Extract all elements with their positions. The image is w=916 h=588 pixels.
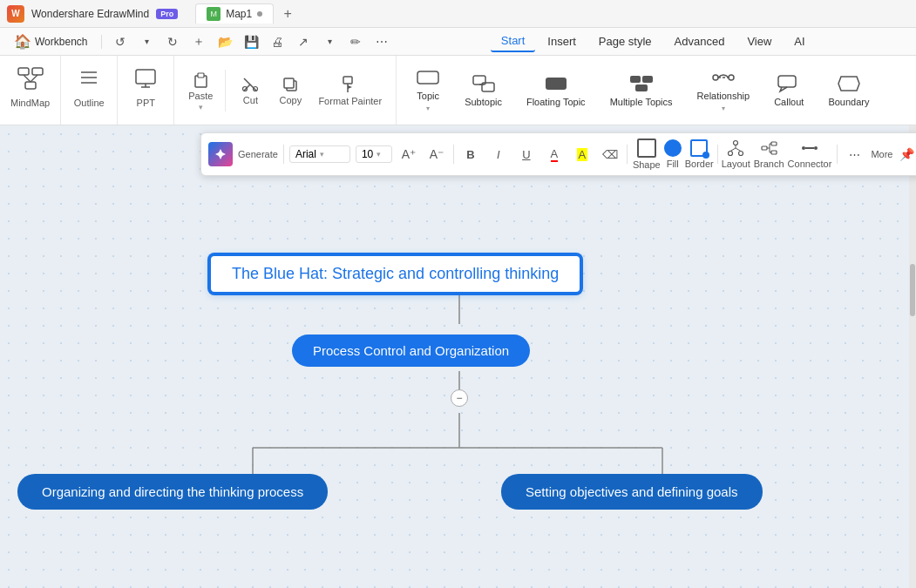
menu-view[interactable]: View [736, 31, 782, 51]
open-button[interactable]: 📂 [214, 30, 236, 53]
format-painter-button[interactable]: Format Painter [311, 70, 389, 112]
eraser-button[interactable]: ⌫ [599, 143, 621, 166]
pin-button[interactable]: 📌 [898, 145, 915, 163]
svg-rect-0 [18, 68, 29, 75]
workbench-button[interactable]: 🏠 Workbench [7, 30, 94, 53]
ppt-view-button[interactable] [128, 63, 163, 94]
svg-line-44 [736, 148, 741, 152]
title-bar: W Wondershare EdrawMind Pro M Map1 + [0, 0, 916, 28]
branch-button[interactable]: Branch [754, 139, 784, 169]
child-topic-setting[interactable]: Setting objectives and defining goals [501, 474, 763, 510]
export-button[interactable]: ↗ [292, 30, 315, 53]
redo-button[interactable]: ↻ [161, 30, 184, 53]
tab-icon: M [207, 7, 221, 21]
svg-point-52 [802, 146, 805, 150]
undo-dropdown[interactable]: ▾ [135, 30, 158, 53]
cut-label: Cut [243, 95, 258, 105]
font-color-button[interactable]: A [543, 143, 566, 166]
paste-label: Paste [188, 91, 213, 101]
svg-rect-32 [778, 76, 796, 87]
format-section: Shape Fill Border [633, 139, 832, 170]
svg-point-53 [814, 146, 818, 150]
multiple-topics-button[interactable]: Multiple Topics [598, 56, 685, 125]
font-select[interactable]: Arial ▾ [289, 145, 350, 163]
menu-bar: 🏠 Workbench ↺ ▾ ↻ ＋ 📂 💾 🖨 ↗ ▾ ✏ ⋯ Start … [0, 28, 916, 56]
svg-point-40 [729, 152, 733, 156]
generate-label[interactable]: Generate [238, 149, 278, 159]
svg-rect-19 [343, 77, 352, 84]
child-topic-organizing[interactable]: Organizing and directing the thinking pr… [17, 474, 328, 510]
italic-button[interactable]: I [487, 143, 510, 166]
connector-button[interactable]: Connector [788, 139, 832, 169]
tab-modified-dot [257, 11, 262, 17]
paste-button[interactable]: Paste ▾ [181, 64, 220, 117]
export-dropdown[interactable]: ▾ [318, 30, 341, 53]
fill-icon [664, 139, 682, 157]
edit-button[interactable]: ✏ [344, 30, 367, 53]
mindmap-view-button[interactable] [13, 63, 48, 94]
fill-button[interactable]: Fill [664, 139, 682, 169]
ppt-section: PPT [118, 56, 174, 125]
callout-button[interactable]: Callout [762, 56, 816, 125]
bold-button[interactable]: B [459, 143, 482, 166]
save-button[interactable]: 💾 [240, 30, 262, 53]
subtopic-button[interactable]: Subtopic [452, 56, 514, 125]
scrollbar-thumb[interactable] [910, 264, 915, 316]
svg-rect-21 [417, 71, 438, 84]
menu-ai[interactable]: AI [784, 31, 815, 51]
print-button[interactable]: 🖨 [266, 30, 288, 53]
highlight-button[interactable]: A [571, 143, 594, 166]
menu-divider [101, 35, 102, 49]
copy-button[interactable]: Copy [271, 71, 309, 111]
relationship-label: Relationship [697, 91, 750, 101]
menu-insert[interactable]: Insert [537, 31, 587, 51]
floating-topic-button[interactable]: Floating Topic [514, 56, 598, 125]
copy-label: Copy [280, 95, 302, 105]
topic-button[interactable]: Topic ▾ [404, 56, 452, 125]
boundary-button[interactable]: Boundary [816, 56, 881, 125]
svg-rect-26 [630, 76, 641, 83]
border-button[interactable]: Border [685, 139, 714, 169]
main-topic-node[interactable]: The Blue Hat: Strategic and controlling … [209, 254, 581, 294]
relationship-button[interactable]: Relationship ▾ [685, 56, 763, 125]
svg-rect-47 [771, 151, 777, 154]
cut-button[interactable]: Cut [231, 71, 269, 111]
map-tab[interactable]: M Map1 [195, 3, 274, 24]
topic-label: Topic [417, 91, 439, 101]
svg-rect-8 [136, 70, 155, 84]
shape-button[interactable]: Shape [633, 139, 661, 170]
collapse-button[interactable]: − [451, 389, 468, 407]
svg-point-41 [739, 152, 743, 156]
ribbon: MindMap Outline PPT Paste [0, 56, 916, 125]
font-size-select[interactable]: 10 ▾ [356, 145, 392, 163]
more-format-section: More [871, 149, 892, 159]
ft-divider3 [627, 145, 628, 164]
menu-page-style[interactable]: Page style [588, 31, 662, 51]
new-button[interactable]: ＋ [187, 30, 210, 53]
child-topic-process[interactable]: Process Control and Organization [292, 335, 530, 367]
view-mode-section: MindMap [0, 56, 61, 125]
ft-divider5 [837, 145, 838, 164]
vertical-scrollbar[interactable] [909, 125, 916, 588]
clipboard-section: Paste ▾ Cut Copy F [174, 56, 397, 125]
tab-bar: M Map1 + [195, 3, 298, 24]
menu-advanced[interactable]: Advanced [664, 31, 736, 51]
floating-toolbar: Generate Arial ▾ 10 ▾ A⁺ A⁻ B I U A A ⌫ … [200, 132, 916, 176]
outline-view-button[interactable] [71, 63, 106, 94]
canvas-area[interactable]: Generate Arial ▾ 10 ▾ A⁺ A⁻ B I U A A ⌫ … [0, 125, 916, 588]
layout-button[interactable]: Layout [722, 139, 750, 169]
undo-button[interactable]: ↺ [109, 30, 132, 53]
insert-tools-section: Topic ▾ Subtopic Floating Topic Multiple [397, 56, 916, 125]
svg-rect-25 [546, 78, 567, 90]
font-increase-button[interactable]: A⁺ [397, 143, 420, 166]
menu-start[interactable]: Start [491, 30, 535, 52]
more-button[interactable]: ⋯ [370, 30, 393, 53]
svg-point-39 [734, 141, 738, 145]
ai-generate-logo [208, 142, 233, 166]
add-tab-button[interactable]: + [277, 3, 298, 24]
svg-rect-46 [771, 142, 777, 145]
pro-badge: Pro [156, 9, 178, 19]
more-button[interactable]: ⋯ [843, 143, 865, 166]
font-decrease-button[interactable]: A⁻ [425, 143, 448, 166]
underline-button[interactable]: U [515, 143, 538, 166]
